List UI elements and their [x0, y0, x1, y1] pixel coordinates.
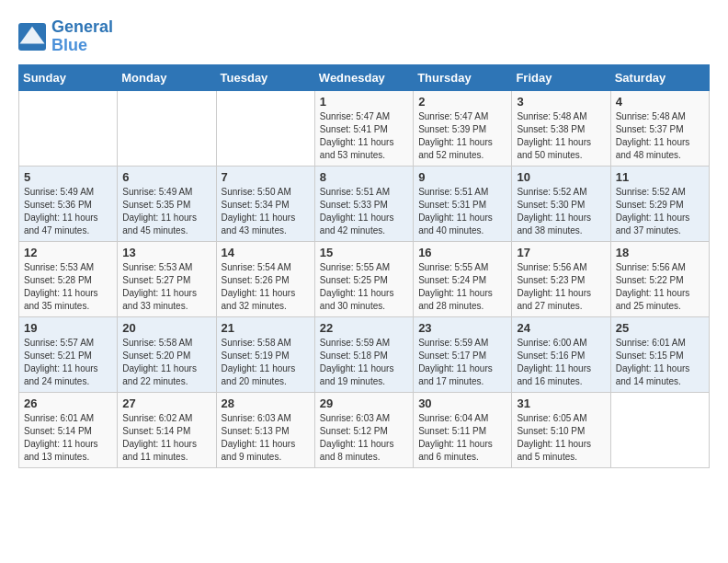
day-info: Sunrise: 5:48 AM Sunset: 5:38 PM Dayligh…: [517, 110, 605, 162]
calendar-week: 26Sunrise: 6:01 AM Sunset: 5:14 PM Dayli…: [19, 392, 710, 467]
day-info: Sunrise: 5:52 AM Sunset: 5:29 PM Dayligh…: [616, 186, 704, 237]
calendar-cell: 14Sunrise: 5:54 AM Sunset: 5:26 PM Dayli…: [216, 241, 314, 316]
calendar-week: 19Sunrise: 5:57 AM Sunset: 5:21 PM Dayli…: [19, 316, 710, 392]
calendar-cell: [19, 90, 118, 166]
day-info: Sunrise: 5:47 AM Sunset: 5:39 PM Dayligh…: [418, 110, 506, 162]
day-info: Sunrise: 5:57 AM Sunset: 5:21 PM Dayligh…: [24, 337, 112, 388]
day-info: Sunrise: 5:47 AM Sunset: 5:41 PM Dayligh…: [320, 110, 408, 162]
page-header: General Blue: [18, 18, 710, 55]
day-info: Sunrise: 6:00 AM Sunset: 5:16 PM Dayligh…: [517, 337, 605, 388]
day-number: 11: [616, 170, 704, 184]
calendar-week: 5Sunrise: 5:49 AM Sunset: 5:36 PM Daylig…: [19, 166, 710, 241]
calendar-cell: [216, 90, 314, 166]
calendar-cell: 29Sunrise: 6:03 AM Sunset: 5:12 PM Dayli…: [314, 392, 413, 467]
calendar-cell: 19Sunrise: 5:57 AM Sunset: 5:21 PM Dayli…: [19, 316, 118, 392]
weekday-header: Sunday: [19, 64, 118, 90]
calendar-table: SundayMondayTuesdayWednesdayThursdayFrid…: [18, 64, 710, 468]
calendar-header: SundayMondayTuesdayWednesdayThursdayFrid…: [19, 64, 710, 90]
calendar-cell: 30Sunrise: 6:04 AM Sunset: 5:11 PM Dayli…: [414, 392, 512, 467]
weekday-header: Monday: [118, 64, 216, 90]
calendar-cell: 25Sunrise: 6:01 AM Sunset: 5:15 PM Dayli…: [610, 316, 709, 392]
day-info: Sunrise: 5:52 AM Sunset: 5:30 PM Dayligh…: [517, 186, 605, 237]
calendar-cell: 5Sunrise: 5:49 AM Sunset: 5:36 PM Daylig…: [19, 166, 118, 241]
day-number: 6: [122, 170, 210, 184]
calendar-cell: 2Sunrise: 5:47 AM Sunset: 5:39 PM Daylig…: [414, 90, 512, 166]
weekday-header: Saturday: [610, 64, 709, 90]
calendar-cell: [610, 392, 709, 467]
calendar-cell: 8Sunrise: 5:51 AM Sunset: 5:33 PM Daylig…: [314, 166, 413, 241]
day-info: Sunrise: 5:53 AM Sunset: 5:27 PM Dayligh…: [122, 261, 210, 313]
day-info: Sunrise: 5:48 AM Sunset: 5:37 PM Dayligh…: [616, 110, 704, 162]
day-info: Sunrise: 6:04 AM Sunset: 5:11 PM Dayligh…: [418, 412, 506, 464]
day-number: 5: [24, 170, 112, 184]
calendar-cell: [118, 90, 216, 166]
day-number: 31: [517, 396, 605, 410]
day-info: Sunrise: 5:59 AM Sunset: 5:17 PM Dayligh…: [418, 337, 506, 388]
calendar-cell: 13Sunrise: 5:53 AM Sunset: 5:27 PM Dayli…: [118, 241, 216, 316]
day-number: 2: [418, 95, 506, 109]
calendar-cell: 1Sunrise: 5:47 AM Sunset: 5:41 PM Daylig…: [314, 90, 413, 166]
calendar-cell: 26Sunrise: 6:01 AM Sunset: 5:14 PM Dayli…: [19, 392, 118, 467]
day-info: Sunrise: 5:56 AM Sunset: 5:22 PM Dayligh…: [616, 261, 704, 313]
day-info: Sunrise: 5:53 AM Sunset: 5:28 PM Dayligh…: [24, 261, 112, 313]
calendar-body: 1Sunrise: 5:47 AM Sunset: 5:41 PM Daylig…: [19, 90, 710, 467]
day-number: 14: [222, 246, 310, 259]
calendar-week: 12Sunrise: 5:53 AM Sunset: 5:28 PM Dayli…: [19, 241, 710, 316]
day-number: 19: [24, 321, 112, 335]
weekday-header: Tuesday: [216, 64, 314, 90]
calendar-cell: 24Sunrise: 6:00 AM Sunset: 5:16 PM Dayli…: [512, 316, 610, 392]
calendar-cell: 11Sunrise: 5:52 AM Sunset: 5:29 PM Dayli…: [610, 166, 709, 241]
calendar-cell: 12Sunrise: 5:53 AM Sunset: 5:28 PM Dayli…: [19, 241, 118, 316]
day-info: Sunrise: 5:51 AM Sunset: 5:33 PM Dayligh…: [320, 186, 408, 237]
day-number: 20: [122, 321, 210, 335]
day-number: 10: [517, 170, 605, 184]
day-info: Sunrise: 5:50 AM Sunset: 5:34 PM Dayligh…: [222, 186, 310, 237]
day-number: 26: [24, 396, 112, 410]
day-info: Sunrise: 5:55 AM Sunset: 5:25 PM Dayligh…: [320, 261, 408, 313]
calendar-cell: 18Sunrise: 5:56 AM Sunset: 5:22 PM Dayli…: [610, 241, 709, 316]
day-number: 21: [222, 321, 310, 335]
day-info: Sunrise: 5:54 AM Sunset: 5:26 PM Dayligh…: [222, 261, 310, 313]
day-number: 12: [24, 246, 112, 259]
day-info: Sunrise: 5:49 AM Sunset: 5:36 PM Dayligh…: [24, 186, 112, 237]
weekday-header: Thursday: [414, 64, 512, 90]
calendar-cell: 20Sunrise: 5:58 AM Sunset: 5:20 PM Dayli…: [118, 316, 216, 392]
calendar-cell: 28Sunrise: 6:03 AM Sunset: 5:13 PM Dayli…: [216, 392, 314, 467]
day-number: 13: [122, 246, 210, 259]
day-info: Sunrise: 5:58 AM Sunset: 5:20 PM Dayligh…: [122, 337, 210, 388]
day-info: Sunrise: 6:05 AM Sunset: 5:10 PM Dayligh…: [517, 412, 605, 464]
day-number: 8: [320, 170, 408, 184]
calendar-cell: 27Sunrise: 6:02 AM Sunset: 5:14 PM Dayli…: [118, 392, 216, 467]
day-number: 24: [517, 321, 605, 335]
weekday-header: Friday: [512, 64, 610, 90]
day-info: Sunrise: 6:03 AM Sunset: 5:13 PM Dayligh…: [222, 412, 310, 464]
day-number: 25: [616, 321, 704, 335]
calendar-cell: 21Sunrise: 5:58 AM Sunset: 5:19 PM Dayli…: [216, 316, 314, 392]
calendar-cell: 15Sunrise: 5:55 AM Sunset: 5:25 PM Dayli…: [314, 241, 413, 316]
calendar-cell: 4Sunrise: 5:48 AM Sunset: 5:37 PM Daylig…: [610, 90, 709, 166]
day-number: 23: [418, 321, 506, 335]
calendar-cell: 16Sunrise: 5:55 AM Sunset: 5:24 PM Dayli…: [414, 241, 512, 316]
weekday-header: Wednesday: [314, 64, 413, 90]
day-info: Sunrise: 5:51 AM Sunset: 5:31 PM Dayligh…: [418, 186, 506, 237]
day-number: 29: [320, 396, 408, 410]
day-info: Sunrise: 6:01 AM Sunset: 5:14 PM Dayligh…: [24, 412, 112, 464]
day-number: 9: [418, 170, 506, 184]
day-number: 27: [122, 396, 210, 410]
calendar-cell: 10Sunrise: 5:52 AM Sunset: 5:30 PM Dayli…: [512, 166, 610, 241]
calendar-cell: 3Sunrise: 5:48 AM Sunset: 5:38 PM Daylig…: [512, 90, 610, 166]
day-number: 30: [418, 396, 506, 410]
day-info: Sunrise: 6:03 AM Sunset: 5:12 PM Dayligh…: [320, 412, 408, 464]
day-info: Sunrise: 5:56 AM Sunset: 5:23 PM Dayligh…: [517, 261, 605, 313]
day-info: Sunrise: 5:49 AM Sunset: 5:35 PM Dayligh…: [122, 186, 210, 237]
calendar-cell: 31Sunrise: 6:05 AM Sunset: 5:10 PM Dayli…: [512, 392, 610, 467]
day-number: 1: [320, 95, 408, 109]
day-info: Sunrise: 5:58 AM Sunset: 5:19 PM Dayligh…: [222, 337, 310, 388]
logo: General Blue: [18, 18, 113, 55]
day-number: 7: [222, 170, 310, 184]
day-number: 15: [320, 246, 408, 259]
logo-icon: [18, 23, 46, 51]
day-number: 17: [517, 246, 605, 259]
calendar-cell: 23Sunrise: 5:59 AM Sunset: 5:17 PM Dayli…: [414, 316, 512, 392]
day-info: Sunrise: 6:01 AM Sunset: 5:15 PM Dayligh…: [616, 337, 704, 388]
